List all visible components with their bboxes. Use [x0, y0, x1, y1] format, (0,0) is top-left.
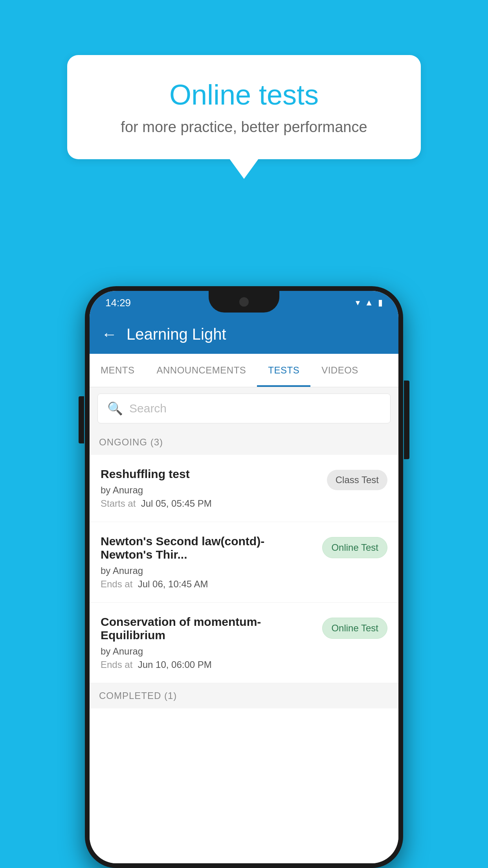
- speech-bubble: Online tests for more practice, better p…: [67, 55, 421, 159]
- test-author-1: by Anurag: [101, 485, 321, 496]
- tab-ments[interactable]: MENTS: [90, 354, 146, 387]
- wifi-icon: ▾: [356, 298, 360, 308]
- search-placeholder-text: Search: [129, 402, 167, 415]
- test-name-1: Reshuffling test: [101, 467, 321, 481]
- status-icons: ▾ ▲ ▮: [356, 298, 383, 308]
- test-info-1: Reshuffling test by Anurag Starts at Jul…: [101, 467, 321, 509]
- test-badge-3: Online Test: [322, 618, 387, 639]
- back-button[interactable]: ←: [101, 326, 117, 343]
- test-author-3: by Anurag: [101, 646, 316, 657]
- tab-announcements[interactable]: ANNOUNCEMENTS: [146, 354, 257, 387]
- completed-section-header: COMPLETED (1): [90, 683, 398, 708]
- bubble-subtitle: for more practice, better performance: [99, 119, 389, 136]
- phone-screen: 14:29 ▾ ▲ ▮ ← Learning Light MENTS ANNOU…: [90, 291, 398, 863]
- test-name-3: Conservation of momentum-Equilibrium: [101, 615, 316, 642]
- test-badge-2: Online Test: [322, 537, 387, 558]
- test-badge-1: Class Test: [327, 470, 387, 490]
- promo-section: Online tests for more practice, better p…: [67, 55, 421, 159]
- tab-tests[interactable]: TESTS: [257, 354, 310, 387]
- signal-icon: ▲: [365, 298, 373, 308]
- ongoing-section-header: ONGOING (3): [90, 430, 398, 455]
- tabs-bar: MENTS ANNOUNCEMENTS TESTS VIDEOS: [90, 354, 398, 387]
- phone-outer: 14:29 ▾ ▲ ▮ ← Learning Light MENTS ANNOU…: [85, 286, 403, 868]
- phone-notch: [209, 291, 279, 313]
- test-item-reshuffling[interactable]: Reshuffling test by Anurag Starts at Jul…: [90, 455, 398, 522]
- battery-icon: ▮: [378, 298, 383, 308]
- search-icon: 🔍: [107, 401, 123, 416]
- status-time: 14:29: [105, 297, 131, 309]
- front-camera: [239, 297, 249, 307]
- app-title: Learning Light: [127, 326, 226, 343]
- search-input-wrapper[interactable]: 🔍 Search: [97, 394, 391, 423]
- test-time-2: Ends at Jul 06, 10:45 AM: [101, 579, 316, 590]
- bubble-title: Online tests: [99, 79, 389, 111]
- phone-mockup: 14:29 ▾ ▲ ▮ ← Learning Light MENTS ANNOU…: [85, 286, 403, 868]
- test-info-3: Conservation of momentum-Equilibrium by …: [101, 615, 316, 670]
- search-bar: 🔍 Search: [90, 387, 398, 430]
- time-label-2: Ends at: [101, 579, 132, 589]
- time-label-3: Ends at: [101, 659, 132, 670]
- test-item-conservation[interactable]: Conservation of momentum-Equilibrium by …: [90, 603, 398, 683]
- time-label-1: Starts at: [101, 498, 136, 509]
- tab-videos[interactable]: VIDEOS: [310, 354, 369, 387]
- test-name-2: Newton's Second law(contd)-Newton's Thir…: [101, 535, 316, 561]
- test-time-3: Ends at Jun 10, 06:00 PM: [101, 659, 316, 670]
- test-time-1: Starts at Jul 05, 05:45 PM: [101, 498, 321, 509]
- test-item-newton[interactable]: Newton's Second law(contd)-Newton's Thir…: [90, 522, 398, 603]
- test-info-2: Newton's Second law(contd)-Newton's Thir…: [101, 535, 316, 590]
- app-bar: ← Learning Light: [90, 314, 398, 354]
- test-author-2: by Anurag: [101, 565, 316, 576]
- tests-list: Reshuffling test by Anurag Starts at Jul…: [90, 455, 398, 863]
